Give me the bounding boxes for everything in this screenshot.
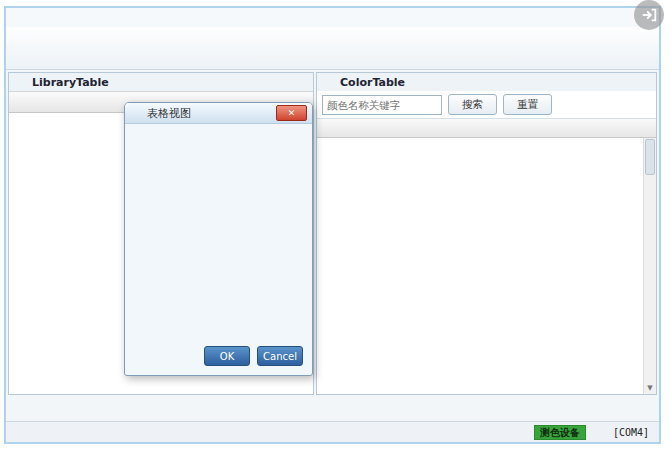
toolbar <box>6 27 659 70</box>
scrollbar-down-arrow[interactable]: ▼ <box>644 382 656 394</box>
delete-color-icon[interactable] <box>637 98 651 112</box>
dialog-icon <box>130 107 143 120</box>
search-button[interactable]: 搜索 <box>448 94 497 115</box>
color-panel-header: ColorTable <box>317 73 656 91</box>
reset-button[interactable]: 重置 <box>503 94 552 115</box>
dialog-title-bar[interactable]: 表格视图 ✕ <box>125 103 312 124</box>
menu-bar <box>6 8 659 27</box>
new-color-icon[interactable] <box>597 98 611 112</box>
search-library-icon[interactable] <box>276 75 290 89</box>
color-name-search-input[interactable] <box>322 95 442 115</box>
dialog-body <box>125 124 312 339</box>
ok-button[interactable]: OK <box>204 346 250 366</box>
color-table-body: ▼ <box>317 138 656 394</box>
copy-color-icon[interactable] <box>617 98 631 112</box>
screenshot-overlay-icon[interactable] <box>634 0 664 30</box>
status-bar: 测色设备 [COM4] <box>6 421 659 442</box>
bottom-tab-bar <box>6 397 659 421</box>
dialog-close-icon[interactable]: ✕ <box>276 105 307 121</box>
library-panel-title: LibraryTable <box>32 76 109 89</box>
enter-arrow-icon <box>640 6 658 24</box>
main-area: LibraryTable ColorTable 搜索 重置 <box>6 70 659 397</box>
color-search-row: 搜索 重置 <box>317 91 656 119</box>
color-panel-title: ColorTable <box>340 76 405 89</box>
new-library-icon[interactable] <box>258 75 272 89</box>
app-window: LibraryTable ColorTable 搜索 重置 <box>4 6 661 444</box>
usb-icon <box>592 425 607 439</box>
vertical-scrollbar[interactable]: ▼ <box>643 138 656 394</box>
library-panel-header: LibraryTable <box>9 73 313 91</box>
color-table-panel: ColorTable 搜索 重置 ▼ <box>316 72 657 395</box>
delete-library-icon[interactable] <box>294 75 308 89</box>
dialog-title: 表格视图 <box>147 106 191 121</box>
table-view-dialog: 表格视图 ✕ OK Cancel <box>124 102 313 376</box>
com-port-label: [COM4] <box>613 427 649 438</box>
device-status-badge: 测色设备 <box>534 425 586 440</box>
color-table-icon <box>322 75 336 89</box>
library-table-icon <box>14 75 28 89</box>
cancel-button[interactable]: Cancel <box>257 346 303 366</box>
color-column-headers <box>317 119 656 138</box>
dialog-buttons: OK Cancel <box>125 339 312 375</box>
scrollbar-thumb[interactable] <box>645 139 655 175</box>
